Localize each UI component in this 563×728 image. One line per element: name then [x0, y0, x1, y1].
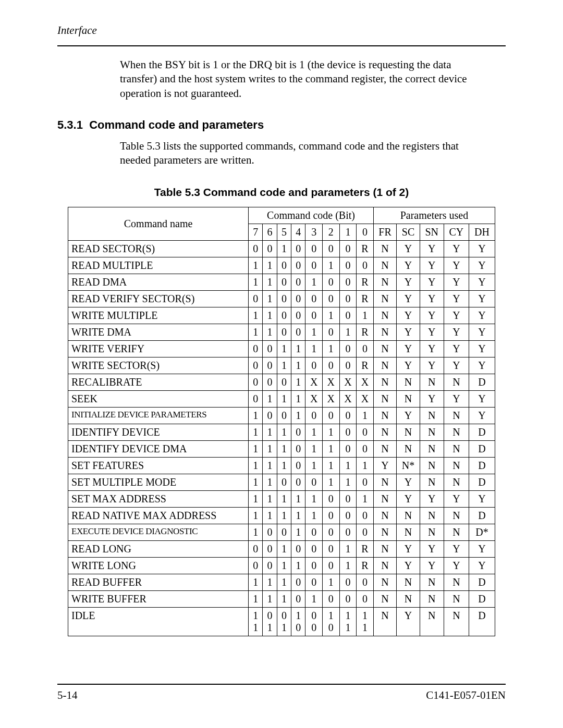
cell-bit: 0: [339, 508, 357, 524]
cell-bit: 1: [339, 474, 357, 491]
cell-param: N: [373, 274, 397, 291]
cell-param: Y: [444, 324, 469, 341]
table-row: IDLE1 10 10 11 00 01 01 11 1NYNND: [68, 608, 495, 636]
cell-bit: 0: [323, 324, 340, 341]
cell-bit: 1: [323, 574, 340, 591]
cell-bit: 0: [339, 257, 357, 274]
cell-param: Y: [397, 257, 420, 274]
cell-bit: 1: [249, 524, 263, 541]
cell-bit: 0: [305, 257, 323, 274]
cell-param: N: [444, 458, 469, 474]
cell-param: N: [373, 374, 397, 391]
cell-command-name: SET MULTIPLE MODE: [68, 474, 249, 491]
cell-param: D: [469, 374, 495, 391]
cell-param: N: [444, 508, 469, 524]
cell-bit: 0: [263, 357, 277, 374]
cell-command-name: READ SECTOR(S): [68, 241, 249, 257]
cell-bit: 1: [305, 441, 323, 458]
table-row: SET FEATURES11101111YN*NND: [68, 458, 495, 474]
cell-param: N: [420, 508, 444, 524]
table-row: INITIALIZE DEVICE PARAMETERS10010001NYNN…: [68, 408, 495, 424]
cell-bit: 1: [339, 541, 357, 558]
section-number: 5.3.1: [57, 118, 83, 131]
cell-bit: 0: [277, 291, 291, 307]
cell-param: N: [444, 574, 469, 591]
cell-param: Y: [444, 491, 469, 508]
cell-param: Y: [469, 241, 495, 257]
cell-bit: 1: [323, 474, 340, 491]
cell-bit: 0: [291, 307, 305, 324]
table-row: SET MAX ADDRESS11111001NYYYY: [68, 491, 495, 508]
cell-bit: 1: [305, 491, 323, 508]
cell-param: N: [373, 441, 397, 458]
table-row: WRITE DMA1100101RNYYYY: [68, 324, 495, 341]
page-footer: 5-14 C141-E057-01EN: [57, 684, 506, 702]
cell-bit: 1 1: [339, 608, 357, 636]
cell-param: N: [397, 524, 420, 541]
cell-param: N: [373, 324, 397, 341]
cell-bit: X: [339, 374, 357, 391]
cell-param: N: [444, 524, 469, 541]
cell-bit: X: [357, 391, 374, 408]
cell-bit: 1: [263, 424, 277, 441]
cell-bit: 1: [291, 391, 305, 408]
cell-bit: 1: [249, 458, 263, 474]
cell-command-name: EXECUTE DEVICE DIAGNOSTIC: [68, 524, 249, 541]
cell-bit: 1 1: [357, 608, 374, 636]
cell-bit: 1: [305, 424, 323, 441]
cell-bit: 0: [323, 291, 340, 307]
cell-bit: 0: [263, 341, 277, 357]
cell-bit: 1: [305, 508, 323, 524]
cell-param: Y: [469, 408, 495, 424]
cell-bit: 0: [249, 374, 263, 391]
cell-bit: 0: [323, 524, 340, 541]
cell-bit: 1 1: [249, 608, 263, 636]
cell-bit: 1: [339, 458, 357, 474]
header-rule: [57, 45, 506, 46]
cell-param: N: [373, 241, 397, 257]
cell-bit: 1: [357, 307, 374, 324]
cell-bit: X: [323, 374, 340, 391]
table-row: READ LONG0010001RNYYYY: [68, 541, 495, 558]
cell-bit: 1: [277, 574, 291, 591]
cell-param: N: [420, 374, 444, 391]
cell-param: Y: [444, 274, 469, 291]
cell-bit: 0: [291, 541, 305, 558]
cell-bit: 0: [249, 291, 263, 307]
cell-param: Y: [444, 558, 469, 574]
cell-param: Y: [420, 391, 444, 408]
cell-param: N: [397, 508, 420, 524]
cell-bit: X: [305, 374, 323, 391]
cell-bit: 0: [323, 491, 340, 508]
cell-bit: 1: [249, 574, 263, 591]
cell-bit: 0: [277, 324, 291, 341]
cell-param: Y: [469, 324, 495, 341]
cell-command-name: WRITE DMA: [68, 324, 249, 341]
table-row: IDENTIFY DEVICE DMA11101100NNNND: [68, 441, 495, 458]
cell-param: N: [373, 474, 397, 491]
table-row: WRITE VERIFY00111100NYYYY: [68, 341, 495, 357]
cell-bit: 1: [277, 357, 291, 374]
table-row: EXECUTE DEVICE DIAGNOSTIC10010000NNNND*: [68, 524, 495, 541]
cell-param: Y: [420, 291, 444, 307]
cell-bit: 0: [277, 257, 291, 274]
section-intro: Table 5.3 lists the supported commands, …: [120, 139, 490, 168]
cell-bit: 0: [339, 491, 357, 508]
cell-param: N: [444, 608, 469, 636]
cell-param: D: [469, 441, 495, 458]
col-bit7: 7: [249, 224, 263, 241]
cell-param: Y: [397, 357, 420, 374]
cell-bit: 1: [277, 391, 291, 408]
cell-bit: 1: [291, 558, 305, 574]
col-bit3: 3: [305, 224, 323, 241]
cell-param: Y: [420, 558, 444, 574]
cell-command-name: WRITE MULTIPLE: [68, 307, 249, 324]
cell-param: Y: [420, 341, 444, 357]
cell-param: N: [397, 591, 420, 608]
cell-param: N: [420, 408, 444, 424]
table-row: SEEK0111XXXXNNYYY: [68, 391, 495, 408]
cell-bit: 0: [323, 274, 340, 291]
cell-param: N: [444, 408, 469, 424]
cell-param: N: [444, 591, 469, 608]
cell-param: D: [469, 508, 495, 524]
